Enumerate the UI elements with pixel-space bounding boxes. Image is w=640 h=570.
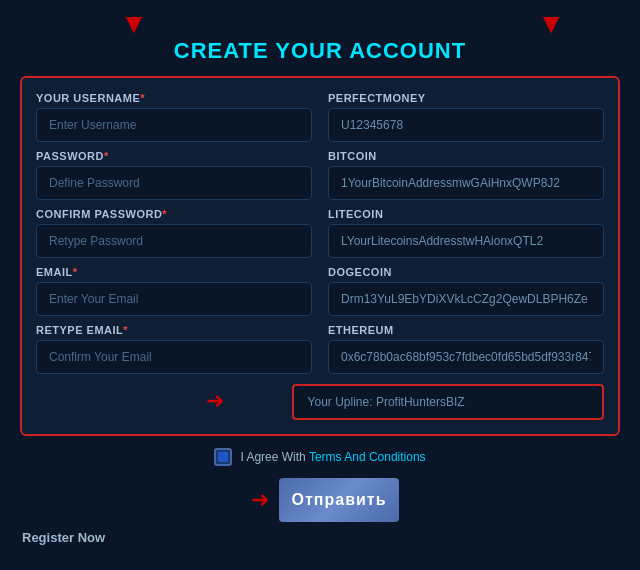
retype-email-label: RETYPE EMAIL* [36,324,312,336]
dogecoin-input[interactable] [328,282,604,316]
upline-input[interactable] [292,384,604,420]
bitcoin-group: BITCOIN [328,150,604,200]
email-label: EMAIL* [36,266,312,278]
confirm-password-label: CONFIRM PASSWORD* [36,208,312,220]
retype-email-input[interactable] [36,340,312,374]
page-title: CREATE YOUR ACCOUNT [174,38,466,64]
upline-row: ➜ [36,384,604,420]
submit-arrow-icon: ➜ [251,487,269,513]
terms-link[interactable]: Terms And Conditions [309,450,426,464]
perfectmoney-label: PERFECTMONEY [328,92,604,104]
agree-checkbox[interactable] [214,448,232,466]
email-group: EMAIL* [36,266,312,316]
dogecoin-label: DOGECOIN [328,266,604,278]
username-label: YOUR USERNAME* [36,92,312,104]
username-input[interactable] [36,108,312,142]
submit-button[interactable]: Отправить [279,478,400,522]
checkbox-inner [218,452,228,462]
ethereum-label: ETHEREUM [328,324,604,336]
litecoin-group: LITECOIN [328,208,604,258]
ethereum-group: ETHEREUM [328,324,604,374]
upline-arrow-icon: ➜ [206,388,224,414]
perfectmoney-input[interactable] [328,108,604,142]
arrow-down-right: ▼ [537,10,565,38]
ethereum-input[interactable] [328,340,604,374]
bitcoin-label: BITCOIN [328,150,604,162]
confirm-password-group: CONFIRM PASSWORD* [36,208,312,258]
dogecoin-group: DOGECOIN [328,266,604,316]
password-input[interactable] [36,166,312,200]
confirm-password-input[interactable] [36,224,312,258]
litecoin-input[interactable] [328,224,604,258]
checkbox-row: I Agree With Terms And Conditions [214,448,425,466]
email-input[interactable] [36,282,312,316]
password-label: PASSWORD* [36,150,312,162]
litecoin-label: LITECOIN [328,208,604,220]
bitcoin-input[interactable] [328,166,604,200]
perfectmoney-group: PERFECTMONEY [328,92,604,142]
checkbox-label: I Agree With Terms And Conditions [240,450,425,464]
form-container: YOUR USERNAME* PERFECTMONEY PASSWORD* BI… [20,76,620,436]
username-group: YOUR USERNAME* [36,92,312,142]
arrow-down-left: ▼ [120,10,148,38]
password-group: PASSWORD* [36,150,312,200]
register-now-label: Register Now [22,530,105,545]
retype-email-group: RETYPE EMAIL* [36,324,312,374]
submit-row: ➜ Отправить [241,478,400,522]
